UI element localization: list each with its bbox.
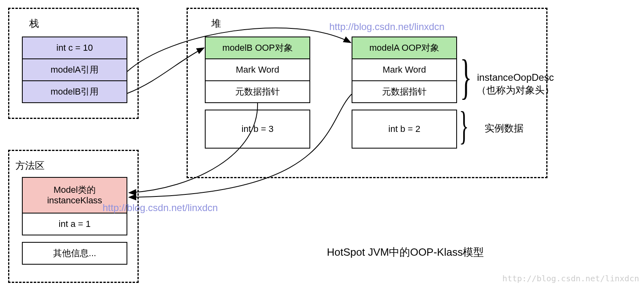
diagram-caption: HotSpot JVM中的OOP-Klass模型 <box>327 245 484 259</box>
annotation-instdata: 实例数据 <box>485 122 524 134</box>
modelB-metaptr: 元数据指针 <box>205 80 310 103</box>
watermark: http://blog.csdn.net/linxdcn <box>103 202 218 214</box>
watermark: http://blog.csdn.net/linxdcn <box>329 21 444 32</box>
heap-modelB: modelB OOP对象 Mark Word 元数据指针 int b = 3 <box>205 37 310 149</box>
method-area-label: 方法区 <box>15 159 45 172</box>
modelA-markword: Mark Word <box>352 58 457 81</box>
modelB-data: int b = 3 <box>205 110 310 149</box>
brace-oopdesc: } <box>460 53 472 101</box>
modelA-header: modelA OOP对象 <box>352 37 457 59</box>
modelA-metaptr: 元数据指针 <box>352 80 457 103</box>
modelB-header: modelB OOP对象 <box>205 37 310 59</box>
method-row: 其他信息... <box>22 242 127 265</box>
stack-cell: modelB引用 <box>22 80 127 103</box>
brace-instdata: } <box>459 106 469 146</box>
stack-cell: modelA引用 <box>22 58 127 81</box>
method-row: int a = 1 <box>22 213 127 235</box>
footer-watermark: http://blog.csdn.net/linxdcn <box>502 274 639 283</box>
heap-modelA: modelA OOP对象 Mark Word 元数据指针 int b = 2 <box>352 37 457 149</box>
heap-label: 堆 <box>211 17 221 30</box>
modelB-markword: Mark Word <box>205 58 310 81</box>
stack-label: 栈 <box>29 17 39 30</box>
stack-cell: int c = 10 <box>22 37 127 59</box>
modelA-data: int b = 2 <box>352 110 457 149</box>
annotation-oopdesc: instanceOopDesc （也称为对象头） <box>477 71 554 96</box>
